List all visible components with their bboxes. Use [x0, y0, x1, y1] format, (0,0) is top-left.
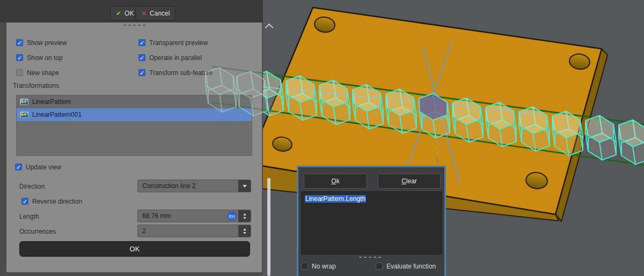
show-on-top-label: Show on top [27, 54, 63, 62]
checkmark-icon: ✓ [139, 55, 145, 61]
length-spinner[interactable] [238, 210, 251, 222]
cancel-button[interactable]: ✕ Cancel [135, 6, 175, 20]
evaluate-function-checkbox[interactable] [376, 263, 383, 270]
evaluate-function-label: Evaluate function [386, 263, 436, 270]
spinner-up-icon[interactable] [243, 213, 246, 215]
expression-clear-button[interactable]: Clear [378, 174, 441, 189]
occurrences-spinner[interactable] [238, 225, 251, 237]
expression-selected-text: LinearPattern.Length [305, 195, 366, 203]
transparent-preview-checkbox[interactable]: ✓ [138, 39, 145, 46]
new-shape-label: New shape [27, 69, 59, 77]
linear-pattern-icon [20, 98, 28, 106]
expression-ok-label: Ok [331, 177, 339, 185]
panel-ok-button[interactable]: OK [19, 241, 250, 257]
checkmark-icon: ✓ [139, 40, 145, 46]
expression-clear-label: Clear [401, 177, 417, 185]
panel-ok-label: OK [130, 245, 140, 253]
length-field[interactable]: 68.76 mm f(x) [137, 210, 251, 222]
show-preview-checkbox[interactable]: ✓ [16, 39, 23, 46]
spinner-down-icon[interactable] [243, 217, 246, 219]
operate-in-parallel-checkbox[interactable]: ✓ [138, 54, 145, 61]
occurrences-field[interactable]: 2 [137, 225, 251, 237]
direction-label: Direction [19, 183, 45, 190]
update-view-label: Update view [26, 163, 61, 171]
reverse-direction-checkbox[interactable]: ✓ [21, 198, 28, 205]
expression-input[interactable]: LinearPattern.Length [301, 191, 442, 255]
spinner-down-icon[interactable] [243, 232, 246, 234]
expression-fx-icon[interactable]: f(x) [227, 211, 237, 221]
direction-value: Construction line 2 [138, 182, 238, 190]
checkmark-icon: ✓ [16, 164, 21, 170]
transform-sub-feature-checkbox[interactable]: ✓ [138, 69, 145, 76]
direction-combobox[interactable]: Construction line 2 [137, 180, 251, 192]
cancel-button-label: Cancel [150, 10, 170, 17]
operate-in-parallel-label: Operate in parallel [149, 54, 202, 62]
occurrences-value: 2 [138, 227, 238, 235]
dialog-drag-handle[interactable] [359, 257, 381, 258]
chevron-down-icon[interactable] [238, 180, 251, 192]
transparent-preview-label: Transparent preview [149, 39, 208, 47]
checkmark-icon: ✓ [17, 55, 23, 61]
panel-drag-handle[interactable] [123, 25, 145, 26]
task-panel-header: ✔ OK ✕ Cancel [0, 0, 263, 23]
no-wrap-label: No wrap [312, 263, 336, 270]
show-on-top-checkbox[interactable]: ✓ [16, 54, 23, 61]
length-value: 68.76 mm [138, 212, 227, 220]
show-preview-label: Show preview [27, 39, 67, 47]
no-wrap-checkbox[interactable] [301, 263, 308, 270]
list-item-linearpattern[interactable]: LinearPattern [17, 95, 252, 108]
checkmark-icon: ✓ [22, 198, 28, 205]
linear-pattern-icon [20, 110, 28, 119]
new-shape-checkbox[interactable] [16, 69, 23, 76]
spinner-up-icon[interactable] [243, 228, 246, 230]
expression-editor-dialog: Ok Clear LinearPattern.Length No wrap Ev… [297, 166, 446, 276]
checkmark-icon: ✓ [139, 70, 145, 76]
ok-check-icon: ✔ [116, 10, 121, 17]
length-label: Length [19, 213, 39, 220]
freecad-window: ✔ OK ✕ Cancel ✓ Show preview ✓ Show on t… [0, 0, 644, 276]
list-item-label: LinearPattern [32, 98, 71, 106]
list-item-label: LinearPattern001 [32, 111, 82, 118]
list-item-linearpattern001[interactable]: LinearPattern001 [17, 108, 252, 121]
transformations-label: Transformations [13, 82, 59, 89]
transformed-feature-panel: ✓ Show preview ✓ Show on top New shape ✓… [6, 23, 262, 272]
cancel-x-icon: ✕ [141, 10, 147, 17]
expression-ok-button[interactable]: Ok [304, 174, 367, 189]
occurrences-label: Occurrences [19, 228, 56, 235]
ok-button-label: OK [125, 10, 134, 17]
transform-sub-feature-label: Transform sub-feature [149, 69, 213, 77]
checkmark-icon: ✓ [17, 40, 23, 46]
reverse-direction-label: Reverse direction [32, 198, 82, 205]
scrollbar-handle[interactable] [267, 178, 270, 276]
transformations-list[interactable]: LinearPattern LinearPattern001 [16, 95, 252, 156]
update-view-checkbox[interactable]: ✓ [15, 163, 22, 170]
